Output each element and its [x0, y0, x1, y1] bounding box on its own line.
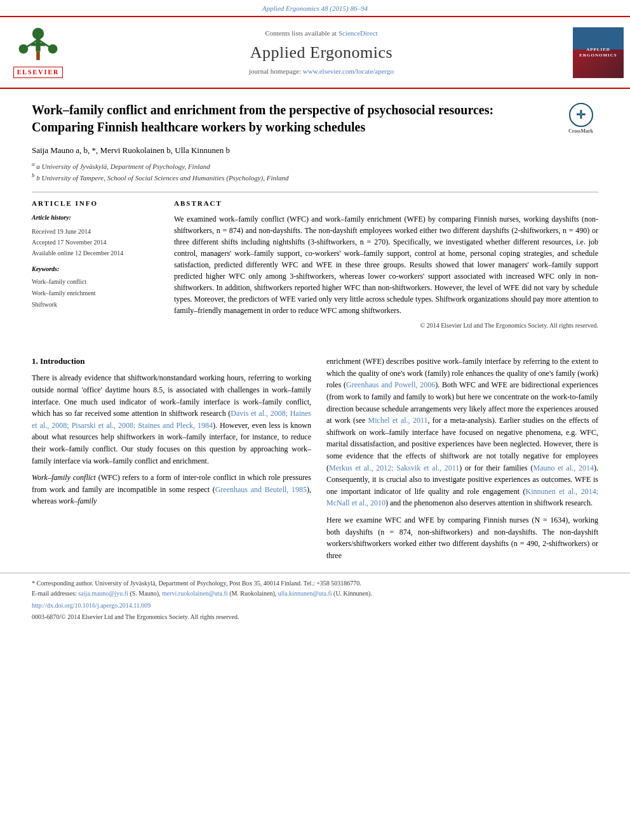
elsevier-logo: ELSEVIER: [13, 27, 64, 78]
keywords-list: Work–family conflict Work–family enrichm…: [32, 276, 159, 310]
abstract-col: ABSTRACT We examined work–family conflic…: [174, 199, 598, 330]
crossmark-cross-icon: ✛: [576, 107, 586, 123]
authors-line: Saija Mauno a, b, *, Mervi Ruokolainen b…: [32, 145, 598, 156]
email2-link[interactable]: mervi.ruokolainen@uta.fi: [162, 590, 229, 597]
body-left-col: 1. Introduction There is already evidenc…: [32, 356, 311, 566]
keyword-1: Work–family conflict: [32, 276, 159, 288]
elsevier-tree-icon: [13, 27, 64, 65]
crossmark: ✛ CrossMark: [563, 102, 598, 137]
citation-text: Applied Ergonomics 48 (2015) 86–94: [262, 4, 368, 12]
ref-merkus[interactable]: Merkus et al., 2012; Saksvik et al., 201…: [329, 463, 459, 472]
intro-heading: 1. Introduction: [32, 356, 311, 367]
intro-para-2: Work–family conflict (WFC) refers to a f…: [32, 472, 311, 507]
keyword-2: Work–family enrichment: [32, 288, 159, 299]
received-date: Received 19 June 2014: [32, 226, 159, 237]
affiliation-a: a a University of Jyväskylä, Department …: [32, 160, 598, 171]
homepage-link[interactable]: www.elsevier.com/locate/apergo: [303, 67, 394, 75]
svg-point-5: [19, 44, 29, 54]
page: Applied Ergonomics 48 (2015) 86–94 ELSEV…: [0, 0, 630, 840]
crossmark-circle: ✛: [569, 103, 593, 127]
journal-logo-area: APPLIEDERGONOMICS: [566, 23, 630, 81]
article-info-abstract: ARTICLE INFO Article history: Received 1…: [32, 199, 598, 330]
article-info-col: ARTICLE INFO Article history: Received 1…: [32, 199, 159, 330]
journal-title-area: Contents lists available at ScienceDirec…: [76, 23, 566, 81]
copyright-line: © 2014 Elsevier Ltd and The Ergonomics S…: [174, 321, 598, 330]
affiliation-b: b b University of Tampere, School of Soc…: [32, 171, 598, 183]
affiliations: a a University of Jyväskylä, Department …: [32, 160, 598, 183]
journal-header: ELSEVIER Contents lists available at Sci…: [0, 16, 630, 89]
article-history-label: Article history:: [32, 213, 159, 222]
crossmark-label: CrossMark: [568, 128, 593, 135]
main-body: 1. Introduction There is already evidenc…: [0, 343, 630, 573]
article-dates: Received 19 June 2014 Accepted 17 Novemb…: [32, 226, 159, 258]
issn-line: 0003-6870/© 2014 Elsevier Ltd and The Er…: [32, 612, 598, 622]
ref-davis[interactable]: Davis et al., 2008; Haines et al., 2008;…: [32, 409, 311, 430]
abstract-heading: ABSTRACT: [174, 199, 598, 208]
keywords-label: Keywords:: [32, 265, 159, 274]
article-info-heading: ARTICLE INFO: [32, 199, 159, 208]
ref-michel[interactable]: Michel et al., 2011: [368, 416, 428, 425]
journal-title: Applied Ergonomics: [250, 41, 392, 64]
footnote-area: * Corresponding author. University of Jy…: [0, 573, 630, 625]
right-para-1: enrichment (WFE) describes positive work…: [326, 356, 598, 509]
elsevier-logo-area: ELSEVIER: [0, 23, 76, 81]
journal-homepage: journal homepage: www.elsevier.com/locat…: [249, 67, 394, 76]
abstract-text: We examined work–family conflict (WFC) a…: [174, 213, 598, 316]
corresponding-footnote: * Corresponding author. University of Jy…: [32, 578, 598, 589]
authors-text: Saija Mauno a, b, *, Mervi Ruokolainen b…: [32, 145, 230, 155]
svg-point-0: [32, 28, 44, 39]
sciencedirect-link[interactable]: ScienceDirect: [338, 29, 378, 37]
keyword-3: Shiftwork: [32, 299, 159, 310]
available-date: Available online 12 December 2014: [32, 248, 159, 258]
divider-1: [32, 192, 598, 192]
sciencedirect-line: Contents lists available at ScienceDirec…: [265, 29, 377, 38]
doi-line: http://dx.doi.org/10.1016/j.apergo.2014.…: [32, 601, 598, 611]
ref-kinnunen[interactable]: Kinnunen et al., 2014; McNall et al., 20…: [326, 487, 598, 508]
intro-para-1: There is already evidence that shiftwork…: [32, 372, 311, 467]
article-title: Work–family conflict and enrichment from…: [32, 102, 598, 136]
email1-link[interactable]: saija.mauno@jyu.fi: [78, 590, 130, 597]
article-content: Work–family conflict and enrichment from…: [0, 89, 630, 343]
svg-rect-7: [36, 51, 40, 60]
ref-greenhaus-beutell[interactable]: Greenhaus and Beutell, 1985: [215, 485, 307, 494]
elsevier-label: ELSEVIER: [13, 67, 64, 78]
ref-mauno[interactable]: Mauno et al., 2014: [533, 463, 594, 472]
journal-logo-text: APPLIEDERGONOMICS: [579, 47, 617, 58]
email3-link[interactable]: ulla.kinnunen@uta.fi: [278, 590, 333, 597]
ref-greenhaus-powell[interactable]: Greenhaus and Powell, 2006: [346, 380, 435, 389]
journal-citation: Applied Ergonomics 48 (2015) 86–94: [0, 0, 630, 16]
right-para-2: Here we examine WFC and WFE by comparing…: [326, 514, 598, 561]
email-footnote: E-mail addresses: saija.mauno@jyu.fi (S.…: [32, 589, 598, 599]
accepted-date: Accepted 17 November 2014: [32, 237, 159, 248]
svg-point-6: [48, 44, 58, 54]
body-right-col: enrichment (WFE) describes positive work…: [326, 356, 598, 566]
doi-link[interactable]: http://dx.doi.org/10.1016/j.apergo.2014.…: [32, 602, 151, 609]
journal-logo-box: APPLIEDERGONOMICS: [573, 27, 624, 78]
